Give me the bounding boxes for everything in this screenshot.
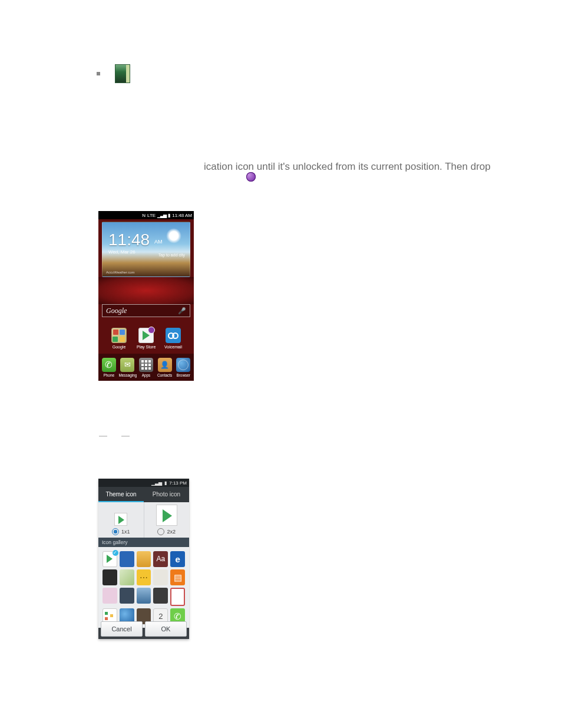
- body-text-fragment: ication icon until it's unlocked from it…: [204, 160, 491, 173]
- gallery-icon[interactable]: ▤: [170, 569, 185, 585]
- app-voicemail[interactable]: Voicemail: [164, 328, 183, 349]
- screenshot-home-screen: N LTE ▁▃▅ ▮ 11:48 AM 11:48 AM Wed, Mar 2…: [98, 211, 194, 381]
- tab-photo-icon[interactable]: Photo icon: [144, 487, 189, 502]
- size-option-1x1[interactable]: 1x1: [98, 502, 144, 538]
- sun-icon: [166, 228, 181, 243]
- size-label: 2x2: [167, 529, 176, 535]
- cancel-button[interactable]: Cancel: [101, 621, 143, 637]
- dock-messaging[interactable]: Messaging: [118, 358, 136, 377]
- status-bar: N LTE ▁▃▅ ▮ 11:48 AM: [98, 211, 194, 219]
- widget-provider: AccuWeather.com: [106, 271, 135, 274]
- dock-label: Messaging: [118, 373, 136, 377]
- size-selector: 1x1 2x2: [98, 502, 189, 538]
- preview-2x2-icon: [156, 505, 177, 526]
- dock-contacts[interactable]: Contacts: [156, 358, 174, 377]
- gallery-icon[interactable]: [120, 551, 134, 567]
- gallery-icon[interactable]: [120, 588, 134, 604]
- divider-mark: [121, 436, 130, 437]
- icon-gallery-grid: ✓ Aa e ▤ 2 ✆: [98, 547, 189, 628]
- ok-button[interactable]: OK: [145, 621, 187, 637]
- signal-icon: ▁▃▅: [151, 480, 162, 486]
- dock-label: Apps: [137, 373, 155, 377]
- widget-time: 11:48: [108, 230, 150, 249]
- gallery-icon[interactable]: Aa: [153, 551, 168, 567]
- google-logo: Google: [106, 307, 127, 315]
- messaging-icon: [120, 358, 134, 372]
- voicemail-icon: [166, 328, 181, 343]
- app-label: Google: [110, 345, 128, 349]
- dialog-button-row: Cancel OK: [101, 621, 187, 637]
- dock-browser[interactable]: Browser: [174, 358, 192, 377]
- gallery-icon-play[interactable]: ✓: [103, 551, 117, 567]
- browser-icon: [176, 358, 190, 372]
- screenshot-icon-picker: ▁▃▅ ▮ 7:13 PM Theme icon Photo icon 1x1 …: [98, 479, 189, 639]
- status-time: 7:13 PM: [169, 480, 187, 486]
- play-store-icon: [138, 328, 154, 343]
- tab-bar: Theme icon Photo icon: [98, 487, 189, 502]
- divider-mark: [99, 436, 107, 437]
- gallery-icon[interactable]: e: [170, 551, 185, 567]
- phone-thumbnail-icon: [115, 65, 130, 83]
- checkmark-icon: ✓: [113, 550, 118, 556]
- phone-icon: [102, 358, 116, 372]
- tab-theme-icon[interactable]: Theme icon: [98, 487, 144, 502]
- app-play-store[interactable]: Play Store: [137, 328, 156, 349]
- status-time: 11:48 AM: [172, 213, 192, 218]
- gallery-icon[interactable]: [170, 588, 185, 606]
- signal-icon: ▁▃▅: [157, 213, 166, 218]
- edit-circle-icon: [246, 172, 256, 182]
- dock-label: Contacts: [156, 373, 174, 377]
- preview-1x1-icon: [114, 513, 127, 526]
- battery-icon: ▮: [168, 213, 170, 218]
- clock-weather-widget[interactable]: 11:48 AM Wed, Mar 26 Tap to add city Acc…: [102, 222, 190, 277]
- gallery-icon[interactable]: [103, 588, 117, 604]
- apps-grid-icon: [139, 358, 153, 372]
- app-label: Play Store: [137, 345, 156, 349]
- widget-date: Wed, Mar 26: [108, 249, 135, 255]
- carrier-label: LTE: [147, 213, 156, 218]
- google-folder-icon: [111, 328, 127, 343]
- dock-apps[interactable]: Apps: [137, 358, 155, 377]
- app-google[interactable]: Google: [110, 328, 128, 349]
- widget-ampm: AM: [154, 239, 163, 245]
- gallery-icon[interactable]: [137, 569, 151, 585]
- dock-label: Phone: [100, 373, 118, 377]
- gallery-icon[interactable]: [137, 551, 151, 567]
- list-bullet: [97, 72, 100, 75]
- size-label: 1x1: [121, 529, 130, 535]
- radio-2x2[interactable]: [157, 528, 164, 535]
- nfc-icon: N: [142, 213, 146, 218]
- google-search-bar[interactable]: Google 🎤: [102, 304, 190, 317]
- icon-gallery-header: Icon gallery: [98, 538, 189, 547]
- radio-1x1[interactable]: [112, 528, 119, 535]
- app-row: Google Play Store Voicemail: [98, 328, 194, 349]
- app-label: Voicemail: [164, 345, 183, 349]
- gallery-icon[interactable]: [137, 588, 151, 604]
- widget-city: Tap to add city: [158, 253, 185, 257]
- mic-icon[interactable]: 🎤: [178, 307, 186, 315]
- size-option-2x2[interactable]: 2x2: [144, 502, 190, 538]
- dock-label: Browser: [174, 373, 192, 377]
- battery-icon: ▮: [164, 480, 167, 486]
- gallery-icon[interactable]: [153, 588, 168, 604]
- gallery-icon[interactable]: [120, 569, 134, 585]
- gallery-icon[interactable]: [153, 569, 168, 585]
- dock-phone[interactable]: Phone: [100, 358, 118, 377]
- contacts-icon: [158, 358, 172, 372]
- wallpaper-area: [98, 277, 194, 304]
- status-bar: ▁▃▅ ▮ 7:13 PM: [98, 479, 189, 487]
- dock-bar: Phone Messaging Apps Contacts Browser: [98, 354, 194, 381]
- gallery-icon[interactable]: [103, 569, 117, 585]
